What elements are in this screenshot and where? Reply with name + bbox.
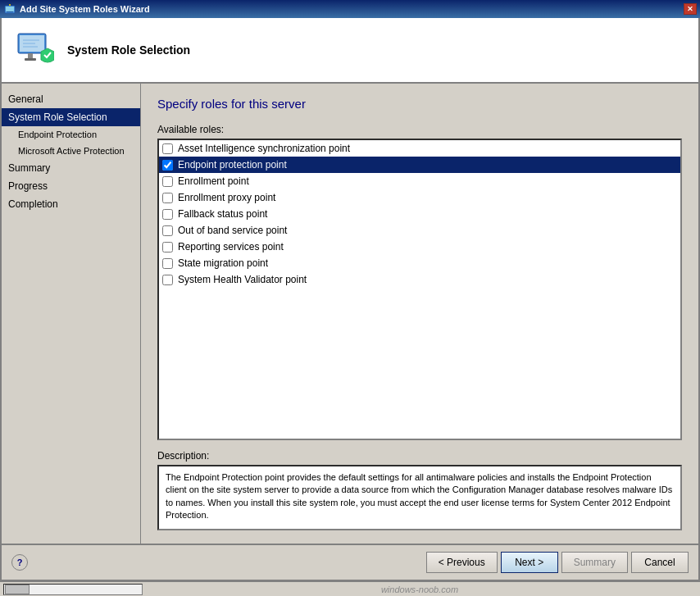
role-checkbox-endpoint-prot[interactable] [162, 160, 173, 171]
role-label-out-of-band: Out of band service point [178, 225, 287, 236]
sidebar-item-microsoft-active-protection[interactable]: Microsoft Active Protection [2, 143, 140, 159]
content-area: Specify roles for this server Available … [141, 84, 698, 544]
svg-rect-2 [7, 11, 13, 12]
role-item-asset-intel[interactable]: Asset Intelligence synchronization point [159, 140, 680, 157]
svg-rect-1 [6, 7, 14, 11]
role-label-reporting-services: Reporting services point [178, 241, 284, 253]
dialog: System Role Selection General System Rol… [0, 18, 700, 581]
next-button[interactable]: Next > [501, 552, 558, 573]
description-text: The Endpoint Protection point provides t… [166, 472, 672, 520]
role-checkbox-system-health[interactable] [162, 275, 173, 285]
title-bar-icon [3, 2, 16, 16]
role-item-reporting-services[interactable]: Reporting services point [159, 239, 680, 255]
description-box: The Endpoint Protection point provides t… [157, 465, 682, 530]
role-checkbox-enrollment-proxy[interactable] [162, 193, 173, 203]
content-title: Specify roles for this server [157, 97, 682, 111]
role-item-endpoint-prot[interactable]: Endpoint protection point [159, 157, 680, 173]
dialog-body: General System Role Selection Endpoint P… [2, 84, 698, 544]
sidebar-item-system-role-selection[interactable]: System Role Selection [2, 108, 140, 126]
sidebar-item-endpoint-protection[interactable]: Endpoint Protection [2, 126, 140, 143]
roles-label: Available roles: [157, 124, 682, 135]
sidebar-item-completion[interactable]: Completion [2, 195, 140, 213]
role-label-system-health: System Health Validator point [178, 274, 307, 285]
role-checkbox-enrollment[interactable] [162, 176, 173, 187]
svg-rect-6 [28, 53, 33, 58]
cancel-button[interactable]: Cancel [631, 552, 689, 573]
role-label-enrollment-proxy: Enrollment proxy point [178, 192, 275, 203]
wizard-icon [15, 30, 54, 70]
watermark: windows-noob.com [143, 585, 697, 594]
roles-list[interactable]: Asset Intelligence synchronization point… [157, 139, 682, 440]
svg-point-3 [9, 4, 11, 6]
footer-left: ? [11, 554, 28, 571]
role-checkbox-state-migration[interactable] [162, 258, 173, 269]
sidebar-item-progress[interactable]: Progress [2, 177, 140, 195]
role-label-state-migration: State migration point [178, 257, 268, 269]
sidebar-item-summary[interactable]: Summary [2, 159, 140, 177]
previous-button[interactable]: < Previous [426, 552, 498, 573]
role-label-asset-intel: Asset Intelligence synchronization point [178, 143, 350, 154]
svg-rect-7 [25, 58, 36, 61]
dialog-header: System Role Selection [2, 18, 698, 84]
sidebar: General System Role Selection Endpoint P… [2, 84, 141, 544]
header-title: System Role Selection [67, 43, 190, 57]
close-button[interactable]: ✕ [684, 3, 697, 15]
title-bar: Add Site System Roles Wizard ✕ [0, 0, 700, 18]
help-button[interactable]: ? [11, 554, 28, 571]
role-label-fallback-status: Fallback status point [178, 208, 267, 220]
title-bar-title: Add Site System Roles Wizard [20, 4, 684, 14]
role-item-enrollment[interactable]: Enrollment point [159, 173, 680, 189]
description-label: Description: [157, 450, 682, 462]
role-item-out-of-band[interactable]: Out of band service point [159, 222, 680, 239]
status-scroll[interactable] [3, 584, 143, 595]
sidebar-item-general[interactable]: General [2, 90, 140, 108]
role-item-system-health[interactable]: System Health Validator point [159, 271, 680, 288]
role-checkbox-out-of-band[interactable] [162, 225, 173, 236]
role-label-endpoint-prot: Endpoint protection point [178, 159, 287, 171]
role-checkbox-fallback-status[interactable] [162, 209, 173, 220]
role-label-enrollment: Enrollment point [178, 175, 249, 187]
dialog-footer: ? < Previous Next > Summary Cancel [2, 544, 698, 580]
role-item-state-migration[interactable]: State migration point [159, 255, 680, 271]
summary-button[interactable]: Summary [561, 552, 628, 573]
role-item-fallback-status[interactable]: Fallback status point [159, 206, 680, 222]
role-checkbox-reporting-services[interactable] [162, 242, 173, 253]
role-checkbox-asset-intel[interactable] [162, 143, 173, 154]
role-item-enrollment-proxy[interactable]: Enrollment proxy point [159, 189, 680, 206]
status-bar: windows-noob.com [0, 581, 700, 596]
